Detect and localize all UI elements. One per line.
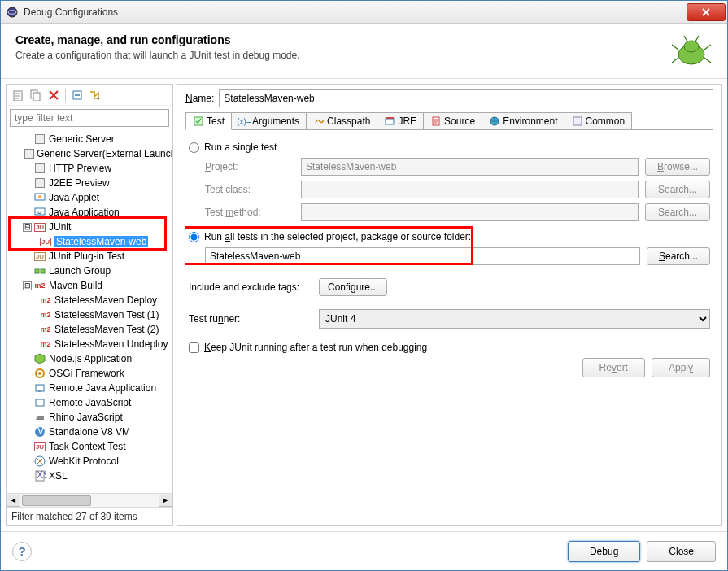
- tree-item[interactable]: m2StatelessMaven Undeploy: [7, 337, 172, 351]
- tab-label: JRE: [398, 116, 416, 127]
- tree-item[interactable]: V8Standalone V8 VM: [7, 425, 172, 439]
- tree-item-label: JUnit: [49, 221, 71, 233]
- tree-item[interactable]: ⊟JUJUnit: [7, 220, 172, 234]
- config-tree[interactable]: Generic ServerGeneric Server(External La…: [7, 130, 172, 493]
- tree-item[interactable]: Launch Group: [7, 264, 172, 278]
- tree-item[interactable]: Remote JavaScript: [7, 395, 172, 410]
- scroll-left-button[interactable]: ◄: [7, 495, 20, 507]
- config-tabs: Test(x)=ArgumentsClasspathJRESourceEnvir…: [185, 112, 713, 130]
- run-single-radio[interactable]: [189, 142, 199, 153]
- server-icon: [24, 147, 34, 160]
- selected-path-input[interactable]: [205, 247, 640, 265]
- m2-icon: m2: [39, 294, 52, 307]
- revert-button[interactable]: Revert: [582, 358, 645, 377]
- run-single-label: Run a single test: [204, 142, 277, 153]
- dialog-body: Generic ServerGeneric Server(External La…: [1, 79, 727, 531]
- tab-environment[interactable]: Environment: [482, 112, 565, 129]
- close-window-button[interactable]: [687, 3, 726, 21]
- tree-item[interactable]: Remote Java Application: [7, 381, 172, 395]
- configure-tags-button[interactable]: Configure...: [319, 278, 387, 296]
- tree-item[interactable]: m2StatelessMaven Test (2): [7, 322, 172, 337]
- tree-item[interactable]: Generic Server(External Launch): [7, 146, 172, 161]
- expander-icon[interactable]: ⊟: [23, 281, 32, 290]
- tree-item[interactable]: Java Applet: [7, 190, 172, 205]
- tab-arguments[interactable]: (x)=Arguments: [231, 112, 307, 129]
- ju-icon: JU: [33, 440, 46, 453]
- tree-item[interactable]: JUStatelessMaven-web: [7, 234, 172, 249]
- close-button[interactable]: Close: [647, 541, 716, 562]
- svg-line-8: [684, 36, 687, 41]
- keep-running-row: Keep JUnit running after a test run when…: [189, 342, 710, 353]
- dialog-footer: ? Debug Close: [1, 531, 727, 570]
- svg-rect-24: [36, 399, 44, 406]
- filter-input[interactable]: [10, 109, 169, 127]
- tab-test[interactable]: Test: [185, 112, 232, 130]
- tree-item[interactable]: Node.js Application: [7, 351, 172, 366]
- tree-item[interactable]: JUJUnit Plug-in Test: [7, 249, 172, 264]
- tab-source[interactable]: Source: [423, 112, 482, 129]
- name-input[interactable]: [219, 89, 713, 107]
- tree-item[interactable]: OSGi Framework: [7, 366, 172, 381]
- include-exclude-label: Include and exclude tags:: [189, 281, 311, 293]
- scroll-right-button[interactable]: ►: [159, 495, 172, 507]
- svg-point-3: [684, 41, 699, 52]
- filter-dropdown-button[interactable]: [87, 87, 103, 103]
- debug-button[interactable]: Debug: [568, 541, 640, 562]
- scroll-track[interactable]: [20, 495, 159, 507]
- tab-jre[interactable]: JRE: [377, 112, 424, 129]
- tree-item[interactable]: HTTP Preview: [7, 161, 172, 176]
- junit-bug-icon: [670, 33, 713, 70]
- tree-item[interactable]: ⊟m2Maven Build: [7, 278, 172, 293]
- svg-rect-18: [35, 269, 39, 273]
- scroll-thumb[interactable]: [22, 495, 91, 506]
- run-all-radio[interactable]: [189, 232, 199, 242]
- testmethod-input: [301, 203, 639, 221]
- help-button[interactable]: ?: [12, 542, 32, 561]
- titlebar[interactable]: Debug Configurations: [1, 1, 727, 24]
- svg-line-4: [672, 45, 678, 50]
- editor-buttons: Revert Apply: [189, 353, 710, 377]
- tree-item[interactable]: WebKit Protocol: [7, 454, 172, 469]
- tree-item[interactable]: J2EE Preview: [7, 176, 172, 190]
- tree-item[interactable]: Rhino JavaScript: [7, 410, 172, 425]
- svg-marker-20: [35, 354, 45, 364]
- svg-rect-35: [573, 117, 582, 125]
- test-tab-content: Run a single test Project: Browse... Tes…: [185, 135, 713, 521]
- m2-icon: m2: [33, 279, 46, 292]
- expander-icon[interactable]: ⊟: [23, 223, 32, 232]
- tree-item-label: Remote Java Application: [49, 382, 156, 394]
- new-config-button[interactable]: [10, 87, 26, 103]
- browse-project-button: Browse...: [645, 158, 710, 176]
- apply-button[interactable]: Apply: [652, 358, 710, 377]
- tree-item-label: WebKit Protocol: [49, 455, 119, 467]
- tree-item[interactable]: JUTask Context Test: [7, 439, 172, 454]
- tree-item-label: Launch Group: [49, 265, 111, 277]
- tab-common[interactable]: Common: [565, 112, 633, 129]
- tree-item-label: StatelessMaven Undeploy: [54, 338, 168, 350]
- svg-point-0: [7, 7, 17, 17]
- search-folder-button[interactable]: Search...: [647, 247, 710, 265]
- delete-config-button[interactable]: [46, 87, 62, 103]
- tree-item-label: Rhino JavaScript: [49, 412, 123, 423]
- ju-icon: JU: [33, 220, 46, 233]
- tab-classpath[interactable]: Classpath: [306, 112, 377, 129]
- tree-item-label: StatelessMaven Test (1): [54, 309, 159, 320]
- tree-item[interactable]: JJava Application: [7, 205, 172, 220]
- collapse-all-button[interactable]: [69, 87, 85, 103]
- tree-item[interactable]: Generic Server: [7, 132, 172, 146]
- test-runner-select[interactable]: JUnit 4: [319, 309, 710, 329]
- applet-icon: [33, 191, 46, 204]
- osgi-icon: [33, 367, 46, 380]
- tab-label: Environment: [503, 116, 557, 127]
- tree-item[interactable]: m2StatelessMaven Test (1): [7, 307, 172, 322]
- m2-icon: m2: [39, 308, 52, 321]
- duplicate-config-button[interactable]: [28, 87, 44, 103]
- tree-item-label: Standalone V8 VM: [49, 426, 130, 438]
- tree-item[interactable]: XSLXSL: [7, 469, 172, 483]
- tree-item[interactable]: m2StatelessMaven Deploy: [7, 293, 172, 307]
- server-icon: [33, 177, 46, 190]
- svg-rect-31: [386, 119, 394, 124]
- m2-icon: m2: [39, 338, 52, 351]
- tree-hscrollbar[interactable]: ◄ ►: [7, 493, 172, 507]
- keep-running-checkbox[interactable]: [189, 342, 199, 353]
